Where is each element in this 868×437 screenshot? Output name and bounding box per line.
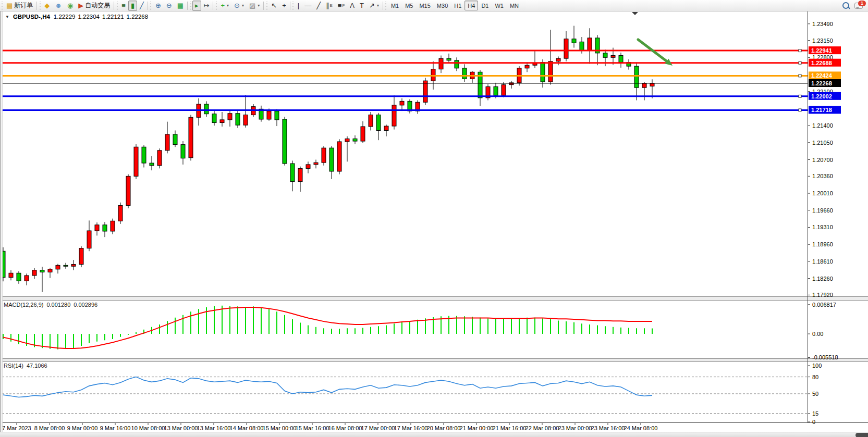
vertical-line-button[interactable]: | bbox=[295, 1, 302, 11]
text-button[interactable]: A bbox=[347, 1, 357, 11]
price-tick-label: 1.18260 bbox=[812, 276, 833, 282]
price-tick-label: 1.23490 bbox=[812, 21, 833, 27]
horizontal-level-lines[interactable] bbox=[2, 49, 808, 111]
gold-diamond-icon: ◆ bbox=[44, 2, 50, 9]
price-tick-label: 1.21400 bbox=[812, 122, 833, 129]
signal-icon: ◉ bbox=[67, 2, 73, 9]
time-tick-label: 23 Mar 00:00 bbox=[558, 425, 592, 431]
periods-button-dropdown-icon[interactable]: ▾ bbox=[242, 3, 244, 8]
arrows-button-dropdown-icon[interactable]: ▾ bbox=[377, 3, 379, 8]
collapse-triangle-icon[interactable]: ▼ bbox=[5, 15, 9, 19]
candle bbox=[165, 134, 169, 151]
indicators-button-dropdown-icon[interactable]: ▾ bbox=[227, 3, 229, 8]
chart-shift-marker-icon bbox=[632, 12, 638, 15]
timeframe-m1-button[interactable]: M1 bbox=[388, 1, 402, 10]
time-tick-label: 20 Mar 08:00 bbox=[427, 425, 461, 431]
candle bbox=[494, 86, 498, 95]
candlestick-button[interactable]: ▮ bbox=[128, 1, 137, 11]
timeframe-m5-button[interactable]: M5 bbox=[402, 1, 416, 10]
ohlc-low: 1.22121 bbox=[102, 14, 124, 20]
crosshair-icon: + bbox=[282, 2, 286, 9]
macd-name: MACD(12,26,9) bbox=[4, 302, 43, 308]
candle bbox=[353, 139, 357, 141]
market-watch-button[interactable]: ◆ bbox=[42, 1, 52, 11]
auto-scroll-button[interactable]: ▸ bbox=[192, 1, 201, 11]
timeframe-h4-button[interactable]: H4 bbox=[464, 1, 478, 10]
time-tick-label: 7 Mar 2023 bbox=[2, 425, 31, 431]
autotrading-button-label: 自动交易 bbox=[85, 1, 110, 10]
chat-icon[interactable]: 1 bbox=[854, 3, 863, 9]
strategy-tester-button[interactable]: ☻ bbox=[52, 1, 65, 11]
candle bbox=[212, 114, 216, 123]
cursor-button[interactable]: ↖ bbox=[268, 1, 279, 11]
rsi-panel: 1008050150 bbox=[2, 363, 822, 425]
macd-indicator-label: MACD(12,26,9) 0.001280 0.002896 bbox=[4, 302, 97, 308]
horizontal-line-button[interactable]: — bbox=[302, 1, 314, 11]
indicators-button[interactable]: +▾ bbox=[218, 1, 231, 11]
status-grip[interactable] bbox=[855, 433, 868, 437]
timeframe-m30-button[interactable]: M30 bbox=[434, 1, 451, 10]
time-tick-label: 9 Mar 00:00 bbox=[67, 425, 98, 431]
candle bbox=[220, 120, 224, 123]
fibonacci-button[interactable]: ≡F bbox=[335, 1, 347, 11]
time-tick-label: 13 Mar 00:00 bbox=[164, 425, 198, 431]
candle bbox=[462, 68, 467, 79]
timeframe-d1-button[interactable]: D1 bbox=[478, 1, 492, 10]
chart-shift-button[interactable]: ↦ bbox=[201, 1, 212, 11]
macd-panel: 0.0068170.00-0.005518 bbox=[3, 302, 838, 361]
channel-button[interactable]: ∥E bbox=[323, 1, 335, 11]
arrows-button[interactable]: ↗▾ bbox=[366, 1, 382, 11]
chart-canvas[interactable]: 1.234901.231501.228001.221001.214001.210… bbox=[0, 0, 868, 437]
timeframe-w1-button[interactable]: W1 bbox=[492, 1, 507, 10]
templates-button[interactable]: ▨▾ bbox=[247, 1, 262, 11]
candle bbox=[173, 134, 177, 145]
periods-button[interactable]: ⊙▾ bbox=[231, 1, 247, 11]
line-chart-button[interactable]: ╱ bbox=[137, 1, 146, 11]
candle bbox=[384, 126, 388, 130]
templates-button-dropdown-icon[interactable]: ▾ bbox=[258, 3, 260, 8]
candle bbox=[290, 164, 295, 182]
trendline-button[interactable]: ╱ bbox=[314, 1, 323, 11]
search-icon[interactable] bbox=[842, 2, 849, 9]
macd-value: 0.001280 bbox=[46, 302, 70, 308]
line-handle[interactable] bbox=[799, 109, 801, 111]
zoom-in-button[interactable]: ⊕ bbox=[153, 1, 164, 11]
fibonacci-icon: ≡ bbox=[338, 2, 342, 9]
price-tick-label: 1.23150 bbox=[812, 38, 833, 44]
candle bbox=[361, 127, 365, 141]
line-handle[interactable] bbox=[799, 49, 801, 52]
bar-chart-button[interactable]: ≡ bbox=[119, 1, 128, 11]
line-handle[interactable] bbox=[799, 95, 801, 97]
macd-axis-label: 0.006817 bbox=[812, 302, 836, 308]
text-label-button[interactable]: T bbox=[357, 1, 366, 11]
line-chart-icon: ╱ bbox=[140, 2, 144, 9]
new-order-button[interactable]: ▤新订单 bbox=[4, 1, 35, 11]
candle bbox=[564, 39, 568, 58]
candle bbox=[204, 104, 209, 114]
window-left-border bbox=[0, 11, 3, 432]
template-icon: ▨ bbox=[249, 2, 255, 9]
tile-windows-button[interactable]: ▦ bbox=[175, 1, 186, 11]
autotrading-button[interactable]: ▶自动交易 bbox=[76, 1, 113, 11]
candle bbox=[314, 163, 318, 165]
crosshair-button[interactable]: + bbox=[279, 1, 289, 11]
trend-arrow-annotation[interactable] bbox=[638, 40, 673, 66]
timeframe-m15-button[interactable]: M15 bbox=[416, 1, 433, 10]
price-tick-label: 1.17920 bbox=[812, 292, 833, 298]
candle bbox=[283, 119, 287, 164]
timeframe-h1-button[interactable]: H1 bbox=[451, 1, 464, 10]
signals-button[interactable]: ◉ bbox=[65, 1, 76, 11]
rsi-axis-label: 80 bbox=[812, 374, 818, 380]
time-tick-label: 22 Mar 08:00 bbox=[525, 425, 559, 431]
candle bbox=[17, 273, 21, 281]
candle bbox=[572, 39, 576, 43]
line-handle[interactable] bbox=[799, 61, 801, 64]
svg-text:1.21718: 1.21718 bbox=[811, 107, 832, 113]
line-handle[interactable] bbox=[799, 74, 801, 77]
zoom-out-button[interactable]: ⊖ bbox=[164, 1, 175, 11]
time-tick-label: 9 Mar 16:00 bbox=[100, 425, 131, 431]
tester-person-icon: ☻ bbox=[55, 2, 62, 9]
candle bbox=[134, 147, 138, 176]
clock-icon: ⊙ bbox=[234, 2, 240, 9]
timeframe-mn-button[interactable]: MN bbox=[507, 1, 522, 10]
